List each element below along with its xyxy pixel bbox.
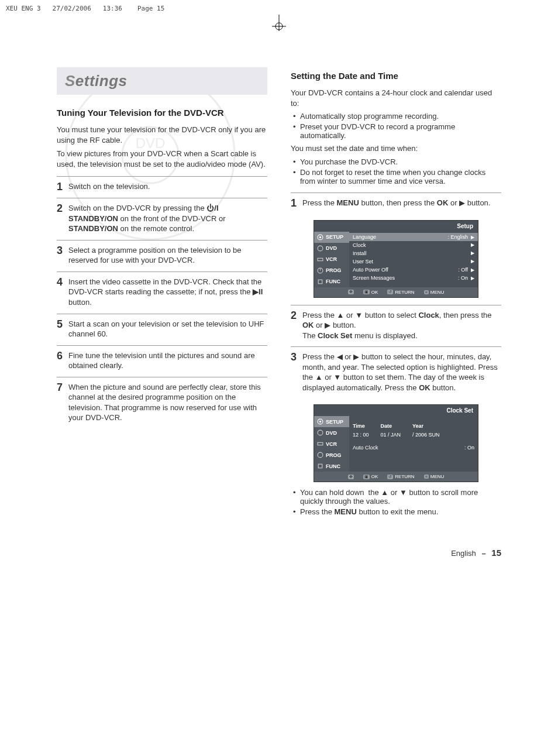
svg-point-15 xyxy=(319,421,321,422)
datetime-steps: 1Press the MENU button, then press the O… xyxy=(291,193,501,214)
svg-rect-10 xyxy=(318,258,323,260)
osd-setup: Setup SETUP DVD VCR PROG FUNC Language: … xyxy=(314,220,478,298)
must-set-bullets: You purchase the DVD-VCR. Do not forget … xyxy=(293,157,501,185)
osd-side-vcr: VCR xyxy=(314,254,349,265)
tuning-intro-1: You must tune your television for the DV… xyxy=(57,125,267,145)
footer-lang: English xyxy=(451,549,476,558)
osd-setup-sidebar: SETUP DVD VCR PROG FUNC xyxy=(314,232,349,287)
tuning-step-1: Switch on the television. xyxy=(68,181,267,192)
print-page: Page 15 xyxy=(137,5,164,12)
footer-page-num: 15 xyxy=(491,548,501,558)
settings-heading-text: ettings xyxy=(75,72,128,90)
osd-side-setup: SETUP xyxy=(314,416,349,427)
osd-setup-title: Setup xyxy=(314,221,478,232)
clock-icon xyxy=(317,267,323,274)
page-body: DVD Settings Tuning Your Television for … xyxy=(33,44,525,569)
osd-setup-footer: ✥ ▣ OK ↺ RETURN ≡ MENU xyxy=(314,287,478,297)
nav-dpad-icon: ✥ xyxy=(348,475,354,479)
datetime-step-3: Press the ◀ or ▶ button to select the ho… xyxy=(302,352,501,393)
osd-side-prog: PROG xyxy=(314,449,349,461)
osd-side-prog: PROG xyxy=(314,265,349,276)
osd-side-func: FUNC xyxy=(314,276,349,287)
datetime-intro: Your DVD-VCR contains a 24-hour clock an… xyxy=(291,88,501,108)
intro-bullet-2: Preset your DVD-VCR to record a programm… xyxy=(293,122,501,140)
must-set-bullet-1: You purchase the DVD-VCR. xyxy=(293,157,501,166)
crop-mark-icon xyxy=(0,15,558,32)
osd-side-func: FUNC xyxy=(314,461,349,472)
tuning-step-6: Fine tune the television until the pictu… xyxy=(68,350,267,371)
osd-side-dvd: DVD xyxy=(314,243,349,254)
svg-rect-19 xyxy=(318,465,322,469)
datetime-step2-wrap: 2Press the ▲ or ▼ button to select Clock… xyxy=(291,305,501,399)
gear-icon xyxy=(317,234,323,240)
datetime-notes: You can hold down the ▲ or ▼ button to s… xyxy=(293,488,501,516)
cassette-icon xyxy=(317,256,323,263)
cassette-icon xyxy=(317,441,323,447)
print-file: XEU ENG 3 xyxy=(6,5,41,12)
osd-clock-footer: ✥ ▣ OK ↺ RETURN ≡ MENU xyxy=(314,472,478,482)
osd-side-vcr: VCR xyxy=(314,438,349,449)
note-2: Press the MENU button to exit the menu. xyxy=(293,507,501,516)
footer-dash: – xyxy=(481,549,485,558)
print-time: 13:36 xyxy=(103,5,122,12)
osd-clock-title: Clock Set xyxy=(314,405,478,416)
osd-setup-rows: Language: English ▶ Clock▶ Install▶ User… xyxy=(349,232,478,287)
osd-clock-main: Time12 : 00 Date01 / JAN Year/ 2006 SUN … xyxy=(349,416,478,472)
osd-side-setup: SETUP xyxy=(314,232,349,243)
datetime-step-1: Press the MENU button, then press the OK… xyxy=(302,198,501,208)
svg-point-18 xyxy=(318,453,323,458)
must-set-line: You must set the date and time when: xyxy=(291,143,501,154)
osd-clock: Clock Set SETUP DVD VCR PROG FUNC Time12… xyxy=(314,404,478,482)
datetime-step-2: Press the ▲ or ▼ button to select Clock,… xyxy=(302,310,501,341)
must-set-bullet-2: Do not forget to reset the time when you… xyxy=(293,168,501,185)
right-column: Setting the Date and Time Your DVD-VCR c… xyxy=(291,67,501,518)
nav-dpad-icon: ✥ xyxy=(348,290,354,294)
osd-clock-sidebar: SETUP DVD VCR PROG FUNC xyxy=(314,416,349,472)
note-1: You can hold down the ▲ or ▼ button to s… xyxy=(293,488,501,506)
osd-side-dvd: DVD xyxy=(314,427,349,438)
tools-icon xyxy=(317,279,323,285)
tools-icon xyxy=(317,463,323,469)
svg-point-9 xyxy=(318,246,323,251)
svg-point-8 xyxy=(319,236,321,238)
gear-icon xyxy=(317,418,323,425)
tuning-step-2: Switch on the DVD-VCR by pressing the ⏻/… xyxy=(68,203,267,234)
svg-rect-13 xyxy=(318,280,322,284)
settings-heading: Settings xyxy=(57,67,267,95)
tuning-steps: 1Switch on the television. 2Switch on th… xyxy=(57,176,267,429)
print-date: 27/02/2006 xyxy=(53,5,91,12)
disc-icon xyxy=(317,245,323,252)
tuning-intro-2: To view pictures from your DVD-VCR when … xyxy=(57,149,267,169)
page-footer: English – 15 xyxy=(57,548,501,558)
section-title-tuning: Tuning Your Television for the DVD-VCR xyxy=(57,108,267,118)
clock-icon xyxy=(317,452,323,458)
svg-rect-17 xyxy=(318,443,323,445)
disc-icon xyxy=(317,429,323,436)
tuning-step-3: Select a programme position on the telev… xyxy=(68,245,267,266)
datetime-intro-bullets: Automatically stop programme recording. … xyxy=(293,112,501,140)
tuning-step-4: Insert the video cassette in the DVD-VCR… xyxy=(68,277,267,308)
tuning-step-7: When the picture and sound are perfectly… xyxy=(68,382,267,423)
section-title-datetime: Setting the Date and Time xyxy=(291,71,501,81)
left-column: Settings Tuning Your Television for the … xyxy=(57,67,267,518)
tuning-step-5: Start a scan on your television or set t… xyxy=(68,319,267,339)
intro-bullet-1: Automatically stop programme recording. xyxy=(293,112,501,121)
svg-point-16 xyxy=(318,431,323,436)
